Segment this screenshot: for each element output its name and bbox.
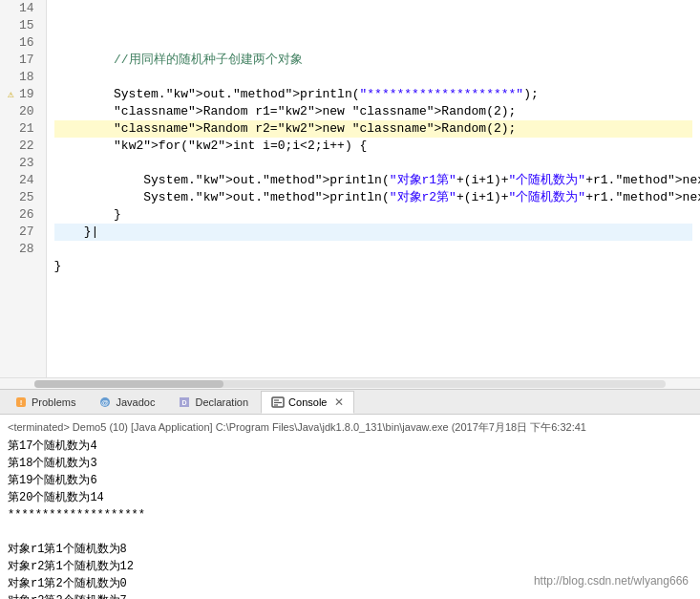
tab-javadoc[interactable]: @Javadoc [88,391,165,414]
code-lines[interactable]: //用同样的随机种子创建两个对象 System."kw">out."method… [47,0,700,377]
console-tab-close[interactable]: ✕ [334,396,344,409]
problems-tab-label: Problems [32,396,75,408]
svg-text:D: D [182,399,187,406]
javadoc-tab-label: Javadoc [116,396,155,408]
tab-console[interactable]: Console✕ [261,391,354,414]
console-tab-icon [271,396,285,409]
code-line: } [54,258,692,275]
console-output-line: 对象r1第1个随机数为8 [8,541,692,558]
console-output-line: ******************** [8,506,692,524]
console-output-line: 第19个随机数为6 [8,472,692,489]
line-number: 21 [8,120,38,138]
line-number: 26 [8,206,38,224]
problems-tab-icon: ! [14,396,28,409]
line-number: 14 [8,0,38,17]
editor-area: 1415161718⚠19202122232425262728 //用同样的随机… [0,0,700,389]
code-line [54,155,692,172]
console-tab-label: Console [288,396,327,408]
code-line: System."kw">out."method">println("对象r1第"… [54,172,692,189]
svg-text:@: @ [102,398,110,407]
watermark: http://blog.csdn.net/wlyang666 [534,572,689,589]
code-line [54,34,692,52]
scrollbar-thumb[interactable] [34,380,223,388]
code-line: } [54,206,692,224]
console-output-line: 对象r2第2个随机数为7 [8,592,692,599]
declaration-tab-icon: D [178,396,191,409]
console-terminated-line: <terminated> Demo5 (10) [Java Applicatio… [8,418,692,436]
code-line: }| [54,224,692,241]
line-number: 24 [8,172,38,189]
line-number: 23 [8,155,38,172]
code-line [54,275,692,292]
line-number: 27 [8,224,38,241]
code-container: 1415161718⚠19202122232425262728 //用同样的随机… [0,0,700,377]
console-output-line: 第20个随机数为14 [8,489,692,506]
line-number: ⚠19 [8,86,38,103]
line-number: 15 [8,17,38,34]
line-numbers: 1415161718⚠19202122232425262728 [0,0,47,377]
console-output-line: 第17个随机数为4 [8,438,692,455]
code-line: //用同样的随机种子创建两个对象 [54,52,692,69]
line-number: 28 [8,241,38,258]
bottom-panel: !Problems@JavadocDDeclarationConsole✕ <t… [0,389,700,599]
code-line: System."kw">out."method">println("******… [54,86,692,103]
line-number: 16 [8,34,38,52]
line-number: 25 [8,189,38,206]
horizontal-scrollbar[interactable] [0,377,700,389]
console-output-line [8,524,692,541]
line-number: 17 [8,52,38,69]
tab-declaration[interactable]: DDeclaration [167,391,259,414]
code-line [54,69,692,86]
line-number: 22 [8,138,38,155]
code-line: System."kw">out."method">println("对象r2第"… [54,189,692,206]
tab-problems[interactable]: !Problems [4,391,86,414]
scrollbar-track[interactable] [34,380,666,388]
line-number: 18 [8,69,38,86]
javadoc-tab-icon: @ [98,396,112,409]
code-line [54,241,692,258]
code-line: "classname">Random r2="kw2">new "classna… [54,120,692,138]
tab-bar: !Problems@JavadocDDeclarationConsole✕ [0,390,700,415]
code-line: "kw2">for("kw2">int i=0;i<2;i++) { [54,138,692,155]
console-content: <terminated> Demo5 (10) [Java Applicatio… [0,415,700,599]
code-line: "classname">Random r1="kw2">new "classna… [54,103,692,120]
svg-text:!: ! [20,398,23,407]
line-number: 20 [8,103,38,120]
console-output-line: 第18个随机数为3 [8,455,692,472]
declaration-tab-label: Declaration [195,396,248,408]
